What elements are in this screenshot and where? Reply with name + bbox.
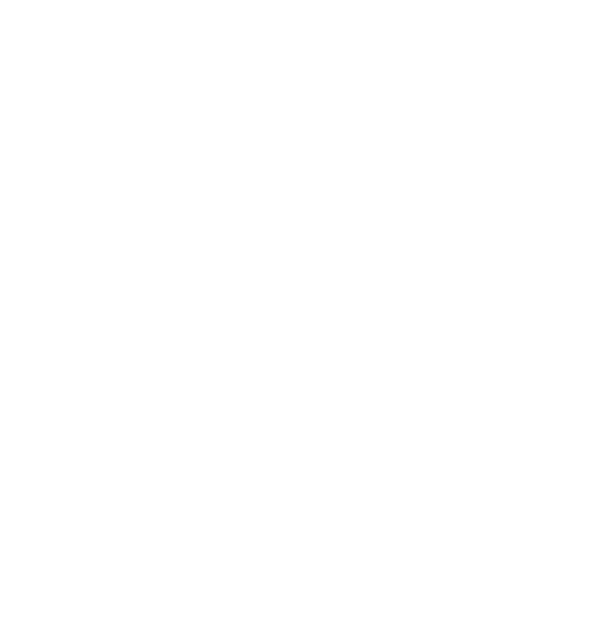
plot-svg <box>0 0 609 630</box>
figure <box>0 0 609 630</box>
tree-heading <box>20 98 24 100</box>
